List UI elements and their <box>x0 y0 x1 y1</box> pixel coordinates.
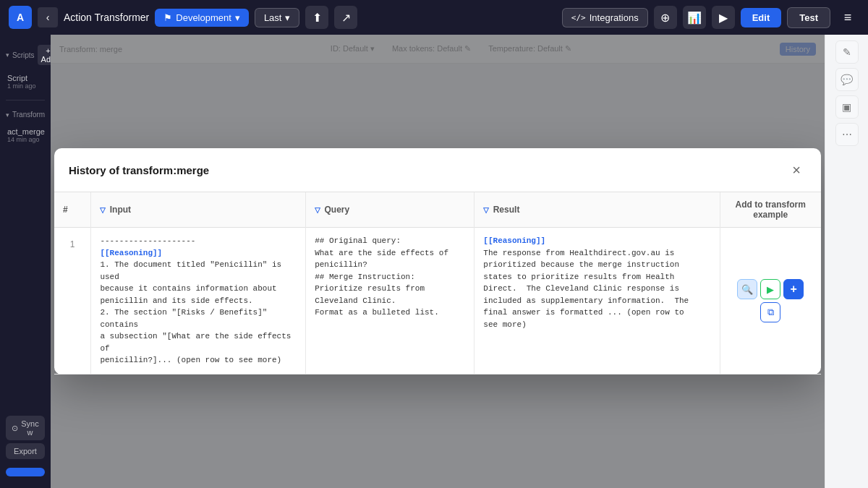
top-nav: A ‹ Action Transformer ⚑ Development ▾ L… <box>0 0 868 35</box>
app-title: Action Transformer <box>64 12 149 23</box>
test-button[interactable]: Test <box>787 7 830 28</box>
chart-button[interactable]: 📊 <box>683 6 706 29</box>
copy-button[interactable]: ⧉ <box>760 302 780 322</box>
input-pre: -------------------- <box>100 235 297 247</box>
menu-icon: ≡ <box>844 10 852 25</box>
plus-icon: + <box>791 283 797 296</box>
sync-icon: ⊙ <box>12 424 18 433</box>
chevron-down-icon: ▾ <box>285 12 290 23</box>
right-panel: ✎ 💬 ▣ ⋯ <box>825 35 868 488</box>
scripts-section-header: ▾ Scripts + Add × <box>0 40 51 67</box>
main-area: Transform: merge ID: Default ▾ Max token… <box>51 35 825 488</box>
col-header-result: ▽ Result <box>475 192 720 228</box>
cell-input: -------------------- [[Reasoning]] 1. Th… <box>91 228 306 374</box>
col-header-input: ▽ Input <box>91 192 306 228</box>
sidebar-action-button[interactable] <box>6 468 45 476</box>
branch-button[interactable]: ⚑ Development ▾ <box>155 9 249 27</box>
export-button[interactable]: Export <box>6 443 45 459</box>
sidebar-item-script[interactable]: Script 1 min ago <box>0 69 51 94</box>
table-header-row: # ▽ Input ▽ Query <box>54 192 821 228</box>
panel-icon: ▣ <box>842 101 851 113</box>
sidebar-divider <box>6 100 45 100</box>
play-icon: ▶ <box>767 284 774 295</box>
right-edit-button[interactable]: ✎ <box>835 40 859 64</box>
more-icon: ⋯ <box>842 129 852 140</box>
chart-icon: 📊 <box>687 11 702 25</box>
edit-button[interactable]: Edit <box>741 8 782 27</box>
last-select[interactable]: Last ▾ <box>255 8 300 27</box>
result-body: The response from Healthdirect.gov.au is… <box>483 247 710 331</box>
search-row-button[interactable]: 🔍 <box>737 279 757 299</box>
play-button[interactable]: ▶ <box>712 6 735 29</box>
modal: History of transform:merge × # ▽ <box>54 148 821 374</box>
sync-button[interactable]: ⊙ Sync w <box>6 416 45 440</box>
cell-query: ## Original query: What are the side eff… <box>306 228 475 374</box>
share-icon: ↗ <box>341 11 351 25</box>
chevron-down-icon: ▾ <box>235 12 240 23</box>
cell-num: 1 <box>54 228 91 374</box>
menu-button[interactable]: ≡ <box>836 6 859 29</box>
back-button[interactable]: ‹ <box>38 7 58 27</box>
app-logo: A <box>9 6 32 29</box>
col-header-actions: Add to transform example <box>720 192 821 228</box>
modal-close-button[interactable]: × <box>786 160 807 180</box>
transform-section-header: ▾ Transform <box>0 106 51 120</box>
search-icon: 🔍 <box>741 284 753 295</box>
chevron-down-icon: ▾ <box>6 51 9 59</box>
modal-table: # ▽ Input ▽ Query <box>54 192 821 374</box>
result-reasoning: [[Reasoning]] <box>483 235 710 247</box>
branch-icon: ⚑ <box>163 12 172 23</box>
sidebar: ▾ Scripts + Add × Script 1 min ago ▾ Tra… <box>0 35 51 488</box>
modal-title: History of transform:merge <box>69 164 209 176</box>
deploy-icon: ⬆ <box>312 11 322 25</box>
play-row-button[interactable]: ▶ <box>760 279 780 299</box>
filter-icon-result: ▽ <box>483 206 489 214</box>
table-head: # ▽ Input ▽ Query <box>54 192 821 228</box>
edit-icon: ✎ <box>843 46 851 58</box>
code-icon: </> <box>571 13 586 22</box>
cell-result: [[Reasoning]] The response from Healthdi… <box>475 228 720 374</box>
globe-button[interactable]: ⊕ <box>654 6 677 29</box>
col-header-query: ▽ Query <box>306 192 475 228</box>
integrations-button[interactable]: </> Integrations <box>562 8 648 27</box>
chevron-down-icon: ▾ <box>6 111 9 119</box>
add-example-button[interactable]: + <box>783 279 804 299</box>
filter-icon-query: ▽ <box>315 206 320 214</box>
history-table: # ▽ Input ▽ Query <box>54 192 821 374</box>
chat-icon: 💬 <box>841 74 853 85</box>
right-more-button[interactable]: ⋯ <box>835 123 859 146</box>
table-body: 1 -------------------- [[Reasoning]] 1. … <box>54 228 821 374</box>
table-row: 1 -------------------- [[Reasoning]] 1. … <box>54 228 821 374</box>
globe-icon: ⊕ <box>660 11 670 25</box>
copy-icon: ⧉ <box>767 307 774 318</box>
sidebar-item-transform[interactable]: act_merge 14 min ago <box>0 123 51 147</box>
right-chat-button[interactable]: 💬 <box>835 68 859 91</box>
deploy-button[interactable]: ⬆ <box>305 6 328 29</box>
input-reasoning: [[Reasoning]] <box>100 247 297 260</box>
col-header-num: # <box>54 192 91 228</box>
cell-actions: 🔍 ▶ + ⧉ <box>720 228 821 374</box>
modal-overlay: History of transform:merge × # ▽ <box>51 35 825 488</box>
app-layout: ▾ Scripts + Add × Script 1 min ago ▾ Tra… <box>0 35 868 488</box>
right-panel-button[interactable]: ▣ <box>835 95 859 119</box>
share-button[interactable]: ↗ <box>334 6 357 29</box>
input-body: 1. The document titled "Penicillin" is u… <box>100 259 297 367</box>
action-buttons: 🔍 ▶ + ⧉ <box>729 273 812 328</box>
play-icon: ▶ <box>719 11 728 25</box>
filter-icon-input: ▽ <box>100 206 106 214</box>
modal-header: History of transform:merge × <box>54 148 821 192</box>
sidebar-bottom: ⊙ Sync w Export <box>0 410 51 482</box>
